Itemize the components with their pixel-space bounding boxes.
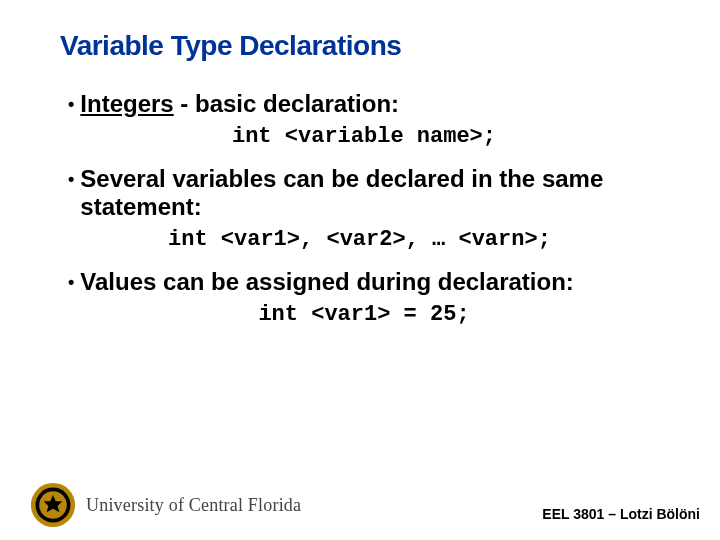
footer: University of Central Florida EEL 3801 –…: [0, 482, 720, 528]
ucf-seal-icon: [30, 482, 76, 528]
bullet-text: Values can be assigned during declaratio…: [80, 268, 573, 296]
slide: Variable Type Declarations • Integers - …: [0, 0, 720, 540]
bullet-item: • Integers - basic declaration:: [68, 90, 660, 118]
bullet-text: Integers - basic declaration:: [80, 90, 399, 118]
logo-area: University of Central Florida: [30, 482, 301, 528]
bullet-icon: •: [68, 268, 74, 296]
bullet-icon: •: [68, 90, 74, 118]
code-snippet: int <variable name>;: [68, 124, 660, 149]
bullet-item: • Several variables can be declared in t…: [68, 165, 660, 221]
course-info: EEL 3801 – Lotzi Bölöni: [542, 506, 700, 528]
bullet-text: Several variables can be declared in the…: [80, 165, 660, 221]
bullet-rest: - basic declaration:: [174, 90, 399, 117]
code-snippet: int <var1>, <var2>, … <varn>;: [68, 227, 660, 252]
underlined-term: Integers: [80, 90, 173, 117]
bullet-item: • Values can be assigned during declarat…: [68, 268, 660, 296]
university-name: University of Central Florida: [86, 495, 301, 516]
page-title: Variable Type Declarations: [60, 30, 660, 62]
content-area: • Integers - basic declaration: int <var…: [60, 90, 660, 327]
code-snippet: int <var1> = 25;: [68, 302, 660, 327]
bullet-icon: •: [68, 165, 74, 193]
